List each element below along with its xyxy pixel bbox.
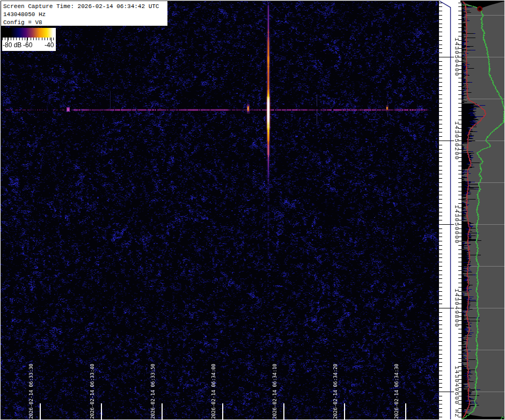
time-label: 2026-02-14 06:33:30 — [28, 364, 34, 419]
config-line: Config = V8 — [3, 19, 167, 27]
time-tick — [222, 403, 223, 419]
time-label: 2026-02-14 06:34:20 — [333, 364, 338, 419]
colorbar-ticks — [2, 38, 56, 40]
time-tick — [40, 403, 41, 419]
screen-capture: Screen Capture Time: 2026-02-14 06:34:42… — [0, 0, 505, 420]
time-tick — [162, 403, 163, 419]
time-label: 2026-02-14 06:34:10 — [272, 364, 277, 419]
time-label: 2026-02-14 06:34:30 — [394, 364, 399, 419]
spectrogram-canvas — [0, 0, 505, 420]
colorbar-label-80db: -80 dB — [3, 41, 21, 49]
time-label: 2026-02-14 06:33:40 — [90, 364, 95, 419]
freq-label: 143049800 — [453, 289, 459, 328]
colorbar: -80 dB -60 -40 — [2, 28, 56, 51]
info-box: Screen Capture Time: 2026-02-14 06:34:42… — [1, 1, 167, 26]
time-tick — [405, 403, 406, 419]
frequency-line: 143048050 Hz — [3, 11, 167, 19]
time-label: 2026-02-14 06:33:50 — [150, 364, 156, 419]
capture-time-line: Screen Capture Time: 2026-02-14 06:34:42… — [3, 3, 167, 11]
colorbar-gradient — [2, 28, 56, 38]
colorbar-label-60: -60 — [23, 41, 32, 49]
time-tick — [283, 403, 284, 419]
freq-label: 143049600 Hz — [453, 366, 459, 418]
colorbar-label-40: -40 — [45, 41, 54, 49]
freq-label: 143050200 — [453, 121, 459, 160]
time-label: 2026-02-14 06:34:00 — [211, 364, 216, 419]
freq-label: 143050000 — [453, 205, 459, 244]
time-tick — [101, 403, 102, 419]
time-tick — [344, 403, 345, 419]
freq-label: 143050400 — [453, 38, 459, 77]
